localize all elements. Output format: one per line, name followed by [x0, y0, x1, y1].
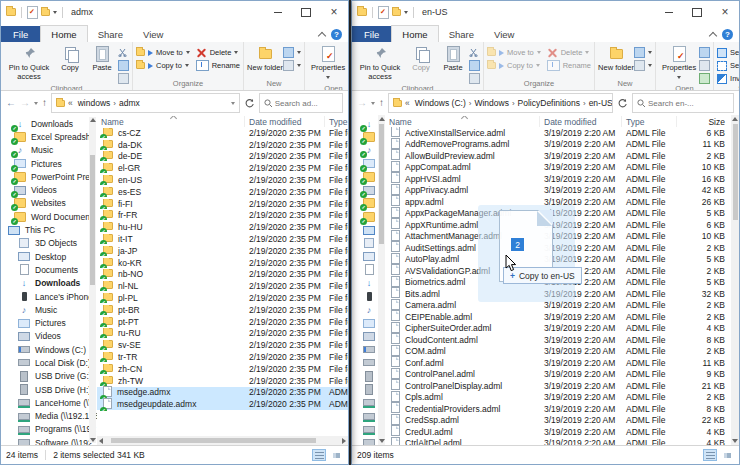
tab-file[interactable]: File — [352, 26, 391, 42]
column-type[interactable]: Type — [622, 116, 677, 127]
sidebar-item-this-pc[interactable]: This PC — [1, 223, 97, 236]
address-dropdown-icon[interactable] — [231, 102, 235, 105]
refresh-icon[interactable] — [617, 98, 628, 109]
sidebar-item-media-192-168[interactable]: Media (\\192.168 — [1, 410, 97, 423]
file-row-ru-ru[interactable]: ✓ru-RU2/19/2020 2:35 PMFile folder — [97, 328, 348, 340]
file-row-sv-se[interactable]: ✓sv-SE2/19/2020 2:35 PMFile folder — [97, 339, 348, 351]
new-item-button[interactable] — [634, 47, 652, 58]
tab-home[interactable]: Home — [391, 25, 438, 42]
sidebar-item-clipped[interactable] — [352, 330, 378, 343]
properties-qat-icon[interactable] — [27, 6, 38, 19]
help-icon[interactable]: ? — [722, 29, 733, 40]
maximize-button[interactable] — [683, 1, 711, 23]
copy-button[interactable]: Copy — [405, 44, 437, 73]
address-bar[interactable]: «windows›admx — [51, 93, 240, 113]
sidebar-item-clipped[interactable] — [352, 343, 378, 356]
scrollbar-thumb[interactable] — [379, 124, 384, 244]
collapse-ribbon-icon[interactable] — [709, 32, 717, 40]
sidebar-item-clipped[interactable] — [352, 263, 378, 276]
minimize-button[interactable] — [655, 1, 683, 23]
sidebar-item-clipped[interactable]: ✓ — [352, 157, 378, 170]
sidebar-item-usb-drive-h[interactable]: USB Drive (H:) — [1, 383, 97, 396]
sidebar-item-videos[interactable]: Videos — [1, 330, 97, 343]
refresh-icon[interactable] — [244, 98, 255, 109]
horizontal-scrollbar[interactable] — [97, 436, 348, 445]
select-none-button[interactable]: Select none — [717, 60, 739, 71]
paste-shortcut-button[interactable] — [118, 73, 129, 84]
delete-button[interactable]: Delete — [547, 47, 591, 58]
scroll-down-icon[interactable] — [90, 438, 96, 442]
sidebar-item-clipped[interactable] — [352, 370, 378, 383]
column-name[interactable]: Name — [385, 116, 540, 127]
delete-button[interactable]: Delete — [196, 47, 240, 58]
scroll-up-icon[interactable] — [379, 117, 385, 121]
file-row-pt-br[interactable]: ✓pt-BR2/19/2020 2:35 PMFile folder — [97, 304, 348, 316]
file-row-es-es[interactable]: ✓es-ES2/19/2020 2:35 PMFile folder — [97, 186, 348, 198]
rename-button[interactable]: Rename — [547, 60, 591, 71]
sidebar-item-clipped[interactable]: ✓ — [352, 210, 378, 223]
breadcrumb-item-en-us[interactable]: en-US — [587, 98, 613, 108]
sidebar-item-clipped[interactable]: ✓ — [352, 197, 378, 210]
collapse-ribbon-icon[interactable] — [318, 32, 326, 40]
column-name[interactable]: Name — [97, 116, 245, 127]
new-folder-button[interactable]: New folder — [598, 44, 634, 73]
sidebar-item-windows-c[interactable]: Windows (C:) — [1, 343, 97, 356]
sidebar-item-lancehome-1[interactable]: LanceHome (\\1 — [1, 396, 97, 409]
back-button[interactable]: ← — [6, 98, 16, 108]
paste-shortcut-button[interactable] — [469, 73, 480, 84]
qat-customize-icon[interactable] — [404, 11, 408, 14]
file-row-zh-tw[interactable]: ✓zh-TW2/19/2020 2:35 PMFile folder — [97, 375, 348, 387]
cut-button[interactable] — [118, 47, 129, 58]
file-row-de-de[interactable]: ✓de-DE2/19/2020 2:35 PMFile folder — [97, 151, 348, 163]
sidebar-item-clipped[interactable] — [352, 290, 378, 303]
sidebar-item-clipped[interactable]: ✓ — [352, 144, 378, 157]
history-button[interactable] — [699, 73, 710, 84]
sidebar-item-clipped[interactable] — [352, 223, 378, 236]
sidebar-item-local-disk-d[interactable]: Local Disk (D:) — [1, 356, 97, 369]
search-input[interactable] — [648, 99, 729, 108]
file-row-nb-no[interactable]: ✓nb-NO2/19/2020 2:35 PMFile folder — [97, 269, 348, 281]
maximize-button[interactable] — [292, 1, 320, 23]
sidebar-item-clipped[interactable]: ✓ — [352, 170, 378, 183]
sidebar-item-clipped[interactable] — [352, 316, 378, 329]
copy-path-button[interactable] — [118, 60, 129, 71]
sidebar-item-clipped[interactable] — [352, 250, 378, 263]
copy-to-button[interactable]: Copy to — [136, 60, 190, 71]
sidebar-item-downloads[interactable]: ✓Downloads — [1, 117, 97, 130]
paste-button[interactable]: Paste — [437, 44, 469, 73]
easy-access-button[interactable] — [634, 60, 652, 71]
sidebar-item-clipped[interactable] — [352, 356, 378, 369]
tab-view[interactable]: View — [133, 26, 173, 42]
breadcrumb-item-admx[interactable]: admx — [117, 98, 142, 108]
thumbnail-view-icon[interactable] — [329, 449, 343, 461]
sidebar-item-documents[interactable]: Documents — [1, 263, 97, 276]
sidebar-item-music[interactable]: ✓Music — [1, 144, 97, 157]
move-to-button[interactable]: Move to — [487, 47, 541, 58]
sidebar-item-videos[interactable]: ✓Videos — [1, 183, 97, 196]
sidebar-item-downloads[interactable]: Downloads — [1, 277, 97, 290]
sidebar-item-lance-s-iphone[interactable]: Lance's iPhone — [1, 290, 97, 303]
copy-to-button[interactable]: Copy to — [487, 60, 541, 71]
file-row-pl-pl[interactable]: ✓pl-PL2/19/2020 2:35 PMFile folder — [97, 292, 348, 304]
file-row-hu-hu[interactable]: ✓hu-HU2/19/2020 2:35 PMFile folder — [97, 221, 348, 233]
properties-qat-icon[interactable] — [378, 6, 389, 19]
sidebar-item-excel-spreadshe[interactable]: ✓Excel Spreadshe — [1, 130, 97, 143]
vertical-scrollbar[interactable] — [731, 115, 739, 445]
select-all-button[interactable]: Select all — [717, 47, 739, 58]
scroll-right-icon[interactable] — [342, 438, 346, 444]
file-row-zh-cn[interactable]: ✓zh-CN2/19/2020 2:35 PMFile folder — [97, 363, 348, 375]
sidebar-item-clipped[interactable]: ✓ — [352, 117, 378, 130]
help-icon[interactable]: ? — [331, 29, 342, 40]
details-view-icon[interactable] — [312, 449, 326, 461]
scrollbar-thumb[interactable] — [733, 124, 738, 220]
qat-customize-icon[interactable] — [53, 11, 57, 14]
new-item-button[interactable] — [283, 47, 301, 58]
breadcrumb-overflow-icon[interactable]: « — [68, 98, 73, 108]
sidebar-item-powerpoint-pres[interactable]: ✓PowerPoint Pres — [1, 170, 97, 183]
thumbnail-view-icon[interactable] — [720, 449, 734, 461]
copy-button[interactable]: Copy — [54, 44, 86, 73]
new-folder-button[interactable]: New folder — [247, 44, 283, 73]
close-button[interactable]: × — [320, 1, 348, 23]
scrollbar-thumb[interactable] — [90, 155, 95, 285]
invert-selection-button[interactable]: Invert selection — [717, 73, 739, 84]
